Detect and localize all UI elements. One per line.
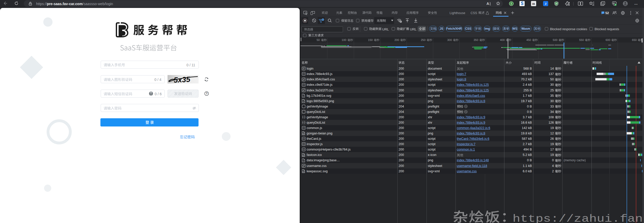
svg-text:J: J [545,2,547,6]
svg-text:5x35: 5x35 [173,75,191,83]
svg-text:IA: IA [532,2,535,5]
svg-text:?: ? [206,92,207,95]
